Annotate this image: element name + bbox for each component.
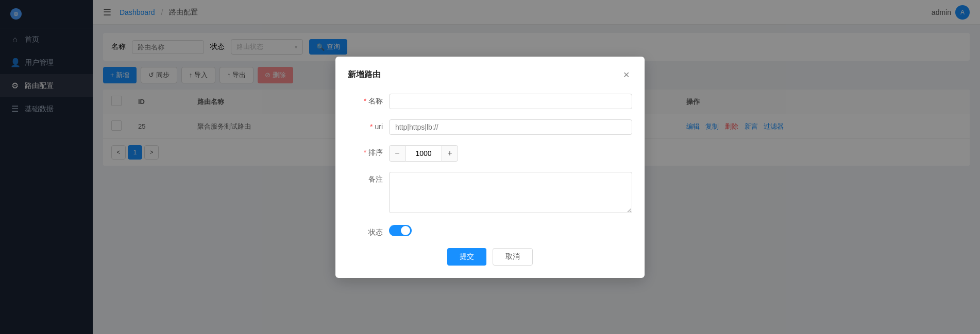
stepper-minus-button[interactable]: − [389, 145, 405, 162]
form-uri-label: * uri [348, 119, 389, 131]
stepper-plus-button[interactable]: + [442, 145, 458, 162]
remark-control [389, 172, 632, 215]
order-control: − + [389, 145, 632, 162]
form-status-field: 状态 [348, 225, 632, 238]
modal-header: 新增路由 ✕ [348, 69, 632, 81]
form-order-label: * 排序 [348, 145, 389, 157]
uri-input[interactable] [389, 119, 632, 135]
form-name-field: * 名称 [348, 94, 632, 109]
modal-footer: 提交 取消 [348, 248, 632, 266]
name-control [389, 94, 632, 109]
order-stepper: − + [389, 145, 632, 162]
add-route-modal: 新增路由 ✕ * 名称 * uri [335, 57, 645, 278]
form-remark-label: 备注 [348, 172, 389, 184]
main-content: ☰ Dashboard / 路由配置 admin A 名称 状态 路由状态 ▾ … [93, 0, 980, 334]
form-name-label: * 名称 [348, 94, 389, 106]
cancel-button[interactable]: 取消 [493, 248, 533, 266]
order-required-star: * [364, 148, 366, 156]
uri-required-star: * [370, 122, 373, 131]
modal-overlay[interactable]: 新增路由 ✕ * 名称 * uri [93, 25, 980, 334]
form-order-field: * 排序 − + [348, 145, 632, 162]
order-input[interactable] [405, 145, 442, 162]
modal-title: 新增路由 [348, 69, 381, 80]
form-remark-field: 备注 [348, 172, 632, 215]
name-input[interactable] [389, 94, 632, 109]
form-status-label: 状态 [348, 225, 389, 237]
form-uri-field: * uri [348, 119, 632, 135]
status-toggle[interactable] [389, 225, 412, 236]
name-required-star: * [364, 97, 366, 105]
submit-button[interactable]: 提交 [447, 248, 486, 266]
remark-textarea[interactable] [389, 172, 632, 213]
page-content: 名称 状态 路由状态 ▾ 🔍 查询 + 新增 ↺ 同步 ↑ 导入 [93, 25, 980, 334]
modal-close-button[interactable]: ✕ [620, 69, 632, 81]
uri-control [389, 119, 632, 135]
status-control [389, 225, 632, 238]
